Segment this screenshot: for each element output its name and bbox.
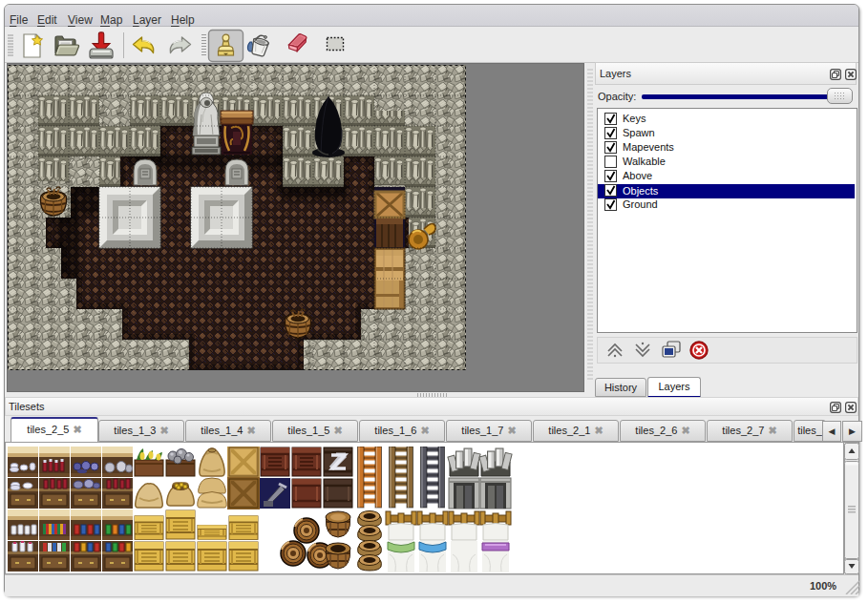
svg-text:Mapevents: Mapevents (623, 141, 674, 153)
svg-text:Spawn: Spawn (623, 127, 655, 138)
svg-text:Objects: Objects (623, 185, 659, 197)
svg-text:Ground: Ground (623, 198, 658, 210)
svg-text:Keys: Keys (623, 113, 646, 124)
svg-text:Above: Above (623, 170, 652, 181)
svg-text:Walkable: Walkable (623, 156, 666, 167)
